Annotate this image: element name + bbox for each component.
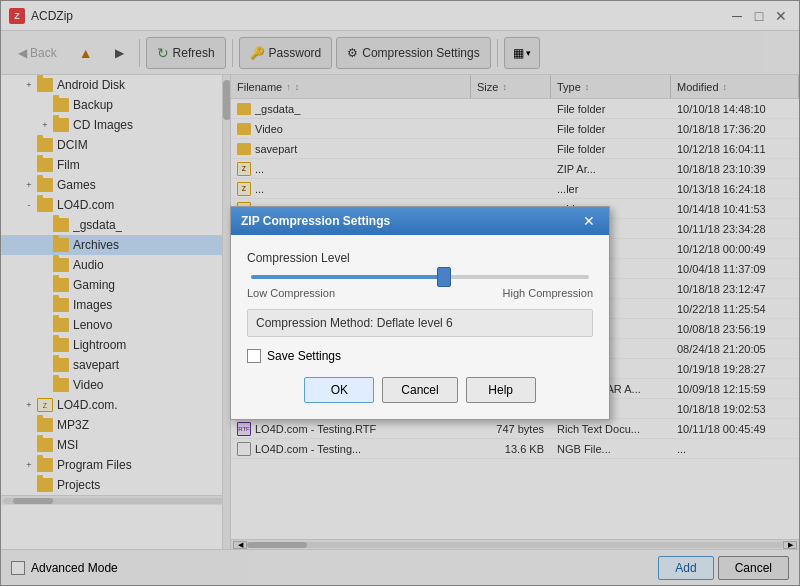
save-settings-area: Save Settings bbox=[247, 349, 593, 363]
dialog-close-button[interactable]: ✕ bbox=[579, 211, 599, 231]
dialog-help-button[interactable]: Help bbox=[466, 377, 536, 403]
dialog-ok-button[interactable]: OK bbox=[304, 377, 374, 403]
compression-dialog: ZIP Compression Settings ✕ Compression L… bbox=[230, 206, 610, 420]
compression-level-label: Compression Level bbox=[247, 251, 593, 265]
slider-fill bbox=[251, 275, 447, 279]
save-settings-label: Save Settings bbox=[267, 349, 341, 363]
save-settings-checkbox[interactable] bbox=[247, 349, 261, 363]
dialog-title-bar: ZIP Compression Settings ✕ bbox=[231, 207, 609, 235]
dialog-body: Compression Level Low Compression High C… bbox=[231, 235, 609, 419]
dialog-title: ZIP Compression Settings bbox=[241, 214, 390, 228]
dialog-buttons: OK Cancel Help bbox=[247, 377, 593, 403]
compression-method-label: Compression Method: Deflate level 6 bbox=[247, 309, 593, 337]
dialog-cancel-button[interactable]: Cancel bbox=[382, 377, 457, 403]
slider-container bbox=[247, 275, 593, 279]
slider-track bbox=[251, 275, 589, 279]
compression-slider-thumb[interactable] bbox=[437, 267, 451, 287]
dialog-overlay: ZIP Compression Settings ✕ Compression L… bbox=[0, 0, 800, 586]
